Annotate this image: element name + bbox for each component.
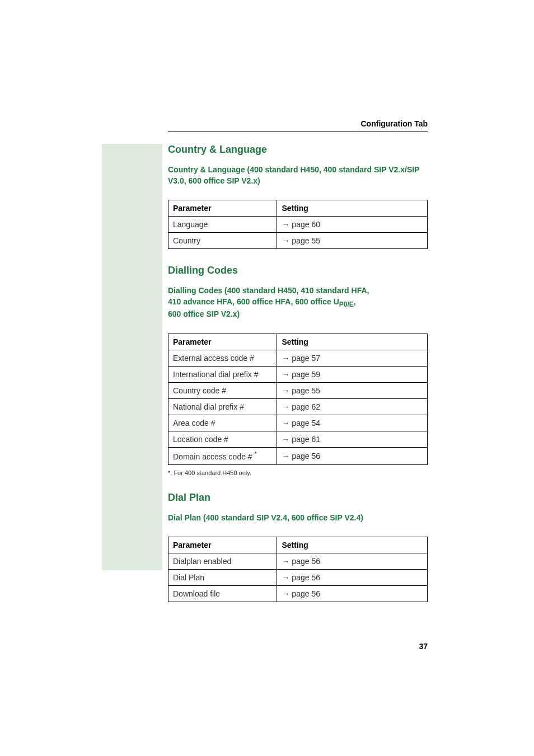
subheading-country-language: Country & Language (400 standard H450, 4… [168, 165, 428, 186]
table-dial-plan: Parameter Setting Dialplan enabled → pag… [168, 537, 428, 602]
subheading-line2-sub: P0/E [339, 300, 354, 308]
page-ref[interactable]: page 56 [292, 557, 320, 566]
subheading-dialling-codes: Dialling Codes (400 standard H450, 410 s… [168, 285, 428, 320]
arrow-icon: → [282, 557, 289, 566]
subheading-dial-plan: Dial Plan (400 standard SIP V2.4, 600 of… [168, 513, 428, 524]
arrow-icon: → [282, 419, 289, 428]
table-row: Dial Plan → page 56 [168, 570, 428, 586]
table-header-parameter: Parameter [168, 334, 277, 350]
table-dialling-codes: Parameter Setting External access code #… [168, 334, 428, 465]
arrow-icon: → [282, 435, 289, 444]
cell-param: Download file [168, 586, 277, 602]
footnote-dialling-codes: *. For 400 standard H450 only. [168, 469, 428, 476]
table-row: Dialplan enabled → page 56 [168, 553, 428, 570]
heading-country-language: Country & Language [168, 144, 428, 156]
cell-param: Domain access code # * [168, 447, 277, 464]
arrow-icon: → [282, 354, 289, 363]
table-header-setting: Setting [277, 537, 428, 553]
param-text: Domain access code # [173, 452, 252, 461]
arrow-icon: → [282, 589, 289, 598]
subheading-line1: Dialling Codes (400 standard H450, 410 s… [168, 286, 369, 295]
table-header-row: Parameter Setting [168, 200, 428, 217]
table-header-setting: Setting [277, 334, 428, 350]
cell-param: External access code # [168, 350, 277, 366]
cell-setting: → page 56 [277, 586, 428, 602]
arrow-icon: → [282, 220, 289, 229]
table-row: Domain access code # * → page 56 [168, 447, 428, 464]
cell-param: Language [168, 217, 277, 233]
table-header-row: Parameter Setting [168, 334, 428, 350]
page-number: 37 [419, 642, 428, 651]
table-header-row: Parameter Setting [168, 537, 428, 553]
page-ref[interactable]: page 55 [292, 236, 320, 245]
table-row: International dial prefix # → page 59 [168, 366, 428, 382]
cell-setting: → page 57 [277, 350, 428, 366]
page-ref[interactable]: page 60 [292, 220, 320, 229]
cell-param: Country [168, 233, 277, 249]
page-ref[interactable]: page 56 [292, 589, 320, 598]
header-section: Configuration Tab [168, 119, 428, 132]
table-row: Country code # → page 55 [168, 382, 428, 398]
cell-setting: → page 60 [277, 217, 428, 233]
table-row: Area code # → page 54 [168, 415, 428, 431]
arrow-icon: → [282, 573, 289, 582]
page-ref[interactable]: page 54 [292, 419, 320, 428]
heading-dial-plan: Dial Plan [168, 492, 428, 504]
cell-setting: → page 55 [277, 382, 428, 398]
section-dialling-codes: Dialling Codes Dialling Codes (400 stand… [168, 265, 428, 476]
cell-setting: → page 56 [277, 447, 428, 464]
header-title: Configuration Tab [168, 119, 428, 132]
table-row: Location code # → page 61 [168, 431, 428, 447]
cell-param: Dial Plan [168, 570, 277, 586]
cell-setting: → page 61 [277, 431, 428, 447]
table-header-parameter: Parameter [168, 200, 277, 217]
sidebar-decoration [102, 144, 162, 570]
heading-dialling-codes: Dialling Codes [168, 265, 428, 276]
section-dial-plan: Dial Plan Dial Plan (400 standard SIP V2… [168, 492, 428, 603]
content-area: Country & Language Country & Language (4… [168, 144, 428, 618]
page-ref[interactable]: page 55 [292, 386, 320, 395]
page-ref[interactable]: page 56 [292, 573, 320, 582]
subheading-line2-pre: 410 advance HFA, 600 office HFA, 600 off… [168, 297, 339, 306]
table-header-parameter: Parameter [168, 537, 277, 553]
table-row: Country → page 55 [168, 233, 428, 249]
subheading-line3: 600 office SIP V2.x) [168, 309, 240, 318]
page-ref[interactable]: page 56 [292, 452, 320, 461]
table-row: Download file → page 56 [168, 586, 428, 602]
section-country-language: Country & Language Country & Language (4… [168, 144, 428, 249]
table-row: Language → page 60 [168, 217, 428, 233]
table-row: National dial prefix # → page 62 [168, 398, 428, 415]
cell-setting: → page 56 [277, 570, 428, 586]
cell-setting: → page 54 [277, 415, 428, 431]
table-header-setting: Setting [277, 200, 428, 217]
cell-param: Area code # [168, 415, 277, 431]
page-container: Configuration Tab Country & Language Cou… [0, 0, 534, 756]
page-ref[interactable]: page 61 [292, 435, 320, 444]
page-ref[interactable]: page 62 [292, 402, 320, 411]
page-ref[interactable]: page 57 [292, 354, 320, 363]
cell-setting: → page 59 [277, 366, 428, 382]
cell-setting: → page 56 [277, 553, 428, 570]
cell-setting: → page 55 [277, 233, 428, 249]
arrow-icon: → [282, 236, 289, 245]
subheading-line2-post: , [354, 297, 356, 306]
cell-setting: → page 62 [277, 398, 428, 415]
table-row: External access code # → page 57 [168, 350, 428, 366]
page-ref[interactable]: page 59 [292, 370, 320, 379]
cell-param: International dial prefix # [168, 366, 277, 382]
cell-param: Location code # [168, 431, 277, 447]
asterisk-marker: * [255, 451, 257, 457]
cell-param: Dialplan enabled [168, 553, 277, 570]
arrow-icon: → [282, 402, 289, 411]
cell-param: Country code # [168, 382, 277, 398]
arrow-icon: → [282, 386, 289, 395]
cell-param: National dial prefix # [168, 398, 277, 415]
arrow-icon: → [282, 452, 289, 461]
arrow-icon: → [282, 370, 289, 379]
table-country-language: Parameter Setting Language → page 60 Cou… [168, 200, 428, 249]
